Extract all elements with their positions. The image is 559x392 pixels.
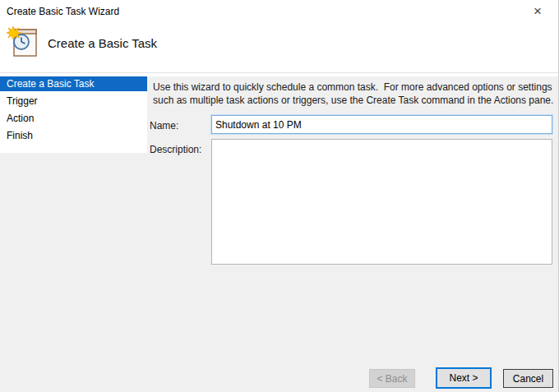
next-button[interactable]: Next > <box>436 367 492 389</box>
page-title: Create a Basic Task <box>48 36 157 50</box>
create-basic-task-wizard-window: Create Basic Task Wizard × Create a Basi… <box>0 0 559 392</box>
wizard-instructions: Use this wizard to quickly schedule a co… <box>148 76 558 110</box>
close-icon[interactable]: × <box>525 1 550 22</box>
cancel-button[interactable]: Cancel <box>503 369 553 388</box>
name-label: Name: <box>150 120 178 131</box>
description-label: Description: <box>150 144 201 155</box>
back-button[interactable]: < Back <box>369 369 415 388</box>
instructions-line-2: such as multiple task actions or trigger… <box>153 94 558 107</box>
description-input[interactable] <box>211 139 552 265</box>
window-title: Create Basic Task Wizard <box>7 6 119 17</box>
sidebar-item-trigger[interactable]: Trigger <box>0 94 147 108</box>
sidebar-item-create-a-basic-task[interactable]: Create a Basic Task <box>0 76 147 91</box>
wizard-steps-sidebar: Create a Basic Task Trigger Action Finis… <box>0 73 147 153</box>
title-bar: Create Basic Task Wizard × <box>0 0 558 25</box>
name-input[interactable] <box>211 115 552 134</box>
task-wizard-icon <box>7 26 41 59</box>
sidebar-item-finish[interactable]: Finish <box>0 128 147 143</box>
sidebar-item-action[interactable]: Action <box>0 111 147 126</box>
instructions-line-1: Use this wizard to quickly schedule a co… <box>153 81 558 94</box>
